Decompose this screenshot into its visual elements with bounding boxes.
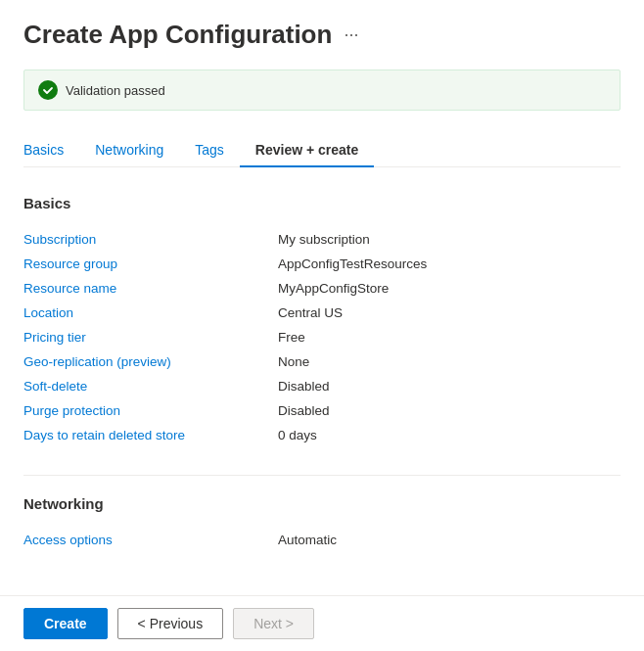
tab-tags[interactable]: Tags — [179, 134, 240, 166]
validation-banner: Validation passed — [23, 70, 621, 111]
table-row: Geo-replication (preview) None — [23, 349, 621, 374]
table-row: Soft-delete Disabled — [23, 374, 621, 398]
label-soft-delete: Soft-delete — [23, 379, 278, 394]
footer-bar: Create < Previous Next > — [0, 595, 644, 651]
table-row: Days to retain deleted store 0 days — [23, 423, 621, 447]
value-geo-replication: None — [278, 354, 309, 369]
networking-section-title: Networking — [23, 495, 621, 512]
table-row: Location Central US — [23, 301, 621, 325]
label-access-options: Access options — [23, 533, 278, 547]
value-soft-delete: Disabled — [278, 379, 330, 394]
label-resource-group: Resource group — [23, 256, 278, 271]
value-subscription: My subscription — [278, 232, 370, 247]
validation-text: Validation passed — [66, 83, 165, 98]
table-row: Purge protection Disabled — [23, 398, 621, 423]
tab-review-create[interactable]: Review + create — [240, 134, 374, 167]
value-resource-group: AppConfigTestResources — [278, 256, 427, 271]
value-location: Central US — [278, 305, 343, 320]
tab-basics[interactable]: Basics — [23, 134, 79, 166]
table-row: Pricing tier Free — [23, 325, 621, 349]
value-pricing-tier: Free — [278, 330, 305, 345]
label-subscription: Subscription — [23, 232, 278, 247]
table-row: Resource group AppConfigTestResources — [23, 252, 621, 276]
page-title: Create App Configuration — [23, 20, 332, 50]
create-button[interactable]: Create — [23, 608, 108, 639]
label-location: Location — [23, 305, 278, 320]
value-days-retain: 0 days — [278, 428, 317, 442]
label-days-retain: Days to retain deleted store — [23, 428, 278, 442]
label-resource-name: Resource name — [23, 281, 278, 296]
networking-section: Networking Access options Automatic — [23, 495, 621, 552]
basics-details-table: Subscription My subscription Resource gr… — [23, 227, 621, 447]
check-icon — [38, 80, 58, 100]
section-divider — [23, 475, 621, 476]
value-resource-name: MyAppConfigStore — [278, 281, 389, 296]
tabs-bar: Basics Networking Tags Review + create — [23, 134, 621, 167]
table-row: Access options Automatic — [23, 528, 621, 552]
basics-section-title: Basics — [23, 195, 621, 211]
label-purge-protection: Purge protection — [23, 403, 278, 418]
more-options-icon[interactable]: ··· — [344, 24, 358, 45]
next-button: Next > — [233, 608, 314, 639]
value-access-options: Automatic — [278, 533, 337, 547]
value-purge-protection: Disabled — [278, 403, 330, 418]
previous-button[interactable]: < Previous — [117, 608, 224, 639]
networking-details-table: Access options Automatic — [23, 528, 621, 552]
table-row: Subscription My subscription — [23, 227, 621, 252]
label-pricing-tier: Pricing tier — [23, 330, 278, 345]
basics-section: Basics Subscription My subscription Reso… — [23, 195, 621, 447]
tab-networking[interactable]: Networking — [79, 134, 179, 166]
label-geo-replication: Geo-replication (preview) — [23, 354, 278, 369]
table-row: Resource name MyAppConfigStore — [23, 276, 621, 301]
